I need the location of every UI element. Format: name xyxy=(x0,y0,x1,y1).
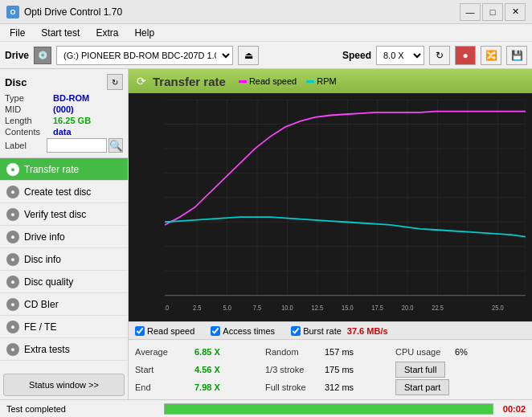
nav-cd-bier[interactable]: ● CD BIer xyxy=(0,293,128,316)
nav-extra-tests-label: Extra tests xyxy=(24,344,70,355)
stat-cpu-group: CPU usage 6% xyxy=(395,347,526,357)
stat-random-label: Random xyxy=(265,347,321,357)
disc-mid-val: (000) xyxy=(53,104,74,114)
stat-average-label: Average xyxy=(135,347,191,357)
verify-test-disc-icon: ● xyxy=(6,208,19,221)
nav-drive-info[interactable]: ● Drive info xyxy=(0,226,128,248)
nav-disc-info[interactable]: ● Disc info xyxy=(0,248,128,271)
svg-text:20.0: 20.0 xyxy=(402,303,414,312)
read-speed-checkbox[interactable] xyxy=(135,326,145,336)
burst-rate-checkbox[interactable] xyxy=(291,326,301,336)
disc-contents-row: Contents data xyxy=(5,127,123,137)
stats-row-3: End 7.98 X Full stroke 312 ms Start part xyxy=(135,378,526,396)
extra-tests-icon: ● xyxy=(6,343,19,356)
stat-1-3-stroke-group: 1/3 stroke 175 ms xyxy=(265,365,395,374)
svg-rect-0 xyxy=(165,100,526,315)
app-icon: O xyxy=(6,6,19,18)
eject-button[interactable]: ⏏ xyxy=(238,46,259,65)
disc-refresh-button[interactable]: ↻ xyxy=(107,74,123,90)
svg-text:25.0: 25.0 xyxy=(492,303,504,312)
chart-canvas: 1 X- 2 X- 3 X- 4 X- 5 X- 6 X- 7 X- 8 X- … xyxy=(129,93,532,321)
fe-te-icon: ● xyxy=(6,321,19,333)
stat-full-stroke-label: Full stroke xyxy=(265,382,321,392)
svg-text:17.5: 17.5 xyxy=(371,303,383,312)
svg-text:10.0: 10.0 xyxy=(281,303,293,312)
close-button[interactable]: ✕ xyxy=(505,3,526,21)
disc-header: Disc ↻ xyxy=(5,74,123,90)
menu-help[interactable]: Help xyxy=(128,26,161,40)
nav-extra-tests[interactable]: ● Extra tests xyxy=(0,338,128,361)
toolbar: Drive 💿 (G:) PIONEER BD-ROM BDC-207D 1.0… xyxy=(0,42,532,69)
sidebar: Disc ↻ Type BD-ROM MID (000) Length 16.2… xyxy=(0,69,129,399)
nav-disc-quality[interactable]: ● Disc quality xyxy=(0,271,128,293)
nav-transfer-rate-label: Transfer rate xyxy=(24,164,79,175)
stat-random-value: 157 ms xyxy=(325,347,365,357)
nav-fe-te[interactable]: ● FE / TE xyxy=(0,316,128,338)
disc-length-row: Length 16.25 GB xyxy=(5,116,123,125)
stat-start-full-group: Start full xyxy=(395,362,526,378)
legend-rpm-label: RPM xyxy=(317,76,336,86)
svg-text:22.5: 22.5 xyxy=(432,303,444,312)
burst-rate-value: 37.6 MB/s xyxy=(347,326,388,336)
stat-start-group: Start 4.56 X xyxy=(135,365,265,374)
stat-end-value: 7.98 X xyxy=(194,382,235,392)
title-bar: O Opti Drive Control 1.70 — □ ✕ xyxy=(0,0,532,24)
svg-text:7.5: 7.5 xyxy=(253,303,262,312)
stat-average-value: 6.85 X xyxy=(194,347,235,357)
label-search-button[interactable]: 🔍 xyxy=(108,138,123,153)
read-speed-checkbox-label: Read speed xyxy=(147,326,194,336)
speed-label: Speed xyxy=(342,50,371,61)
disc-contents-val: data xyxy=(53,127,72,137)
status-time: 00:02 xyxy=(497,404,532,414)
nav-verify-test-disc[interactable]: ● Verify test disc xyxy=(0,203,128,226)
drive-select[interactable]: (G:) PIONEER BD-ROM BDC-207D 1.00 xyxy=(56,46,233,65)
maximize-button[interactable]: □ xyxy=(482,3,503,21)
stats-area: Average 6.85 X Random 157 ms CPU usage 6… xyxy=(129,339,532,399)
nav-create-test-disc[interactable]: ● Create test disc xyxy=(0,181,128,203)
access-times-checkbox[interactable] xyxy=(211,326,220,336)
disc-length-key: Length xyxy=(5,116,53,125)
save-button[interactable]: 💾 xyxy=(506,46,527,65)
legend-read-speed-label: Read speed xyxy=(249,76,297,86)
disc-type-key: Type xyxy=(5,93,53,103)
burst-rate-checkbox-item: Burst rate 37.6 MB/s xyxy=(291,326,387,336)
stat-full-stroke-value: 312 ms xyxy=(325,382,365,392)
start-part-button[interactable]: Start part xyxy=(395,379,449,395)
nav-drive-info-label: Drive info xyxy=(24,231,65,243)
stat-average-group: Average 6.85 X xyxy=(135,347,265,357)
stat-end-label: End xyxy=(135,382,191,392)
speed-select[interactable]: 8.0 X xyxy=(376,46,424,65)
drive-label: Drive xyxy=(5,50,29,61)
disc-mid-row: MID (000) xyxy=(5,104,123,114)
toolbar-btn-2[interactable]: 🔀 xyxy=(481,46,501,65)
menu-start-test[interactable]: Start test xyxy=(35,26,86,40)
nav-verify-test-disc-label: Verify test disc xyxy=(24,209,86,220)
nav-transfer-rate[interactable]: ● Transfer rate xyxy=(0,158,128,181)
menu-file[interactable]: File xyxy=(3,26,31,40)
stat-start-value: 4.56 X xyxy=(194,365,235,374)
label-input[interactable] xyxy=(47,138,107,153)
title-bar-left: O Opti Drive Control 1.70 xyxy=(6,6,122,18)
disc-info-icon: ● xyxy=(6,253,19,266)
disc-label-row: Label 🔍 xyxy=(5,138,123,153)
start-full-button[interactable]: Start full xyxy=(395,362,445,378)
disc-length-val: 16.25 GB xyxy=(53,116,91,125)
chart-title: Transfer rate xyxy=(153,75,226,88)
menu-bar: File Start test Extra Help xyxy=(0,24,532,42)
menu-extra[interactable]: Extra xyxy=(89,26,125,40)
legend-read-speed: Read speed xyxy=(239,76,297,86)
stat-1-3-stroke-value: 175 ms xyxy=(325,365,365,374)
stat-cpu-label: CPU usage xyxy=(395,347,452,357)
chart-header: ⟳ Transfer rate Read speed RPM xyxy=(129,69,532,93)
toolbar-btn-1[interactable]: ● xyxy=(455,46,476,65)
chart-svg: 1 X- 2 X- 3 X- 4 X- 5 X- 6 X- 7 X- 8 X- … xyxy=(165,100,526,315)
disc-quality-icon: ● xyxy=(6,276,19,288)
read-speed-checkbox-item: Read speed xyxy=(135,326,194,336)
refresh-button[interactable]: ↻ xyxy=(429,46,450,65)
progress-bar-fill xyxy=(165,404,493,414)
status-text: Test completed xyxy=(0,404,161,414)
svg-text:2.5: 2.5 xyxy=(193,303,202,312)
status-window-button[interactable]: Status window >> xyxy=(3,374,125,396)
status-bar: Test completed 00:02 xyxy=(0,399,532,417)
minimize-button[interactable]: — xyxy=(460,3,481,21)
